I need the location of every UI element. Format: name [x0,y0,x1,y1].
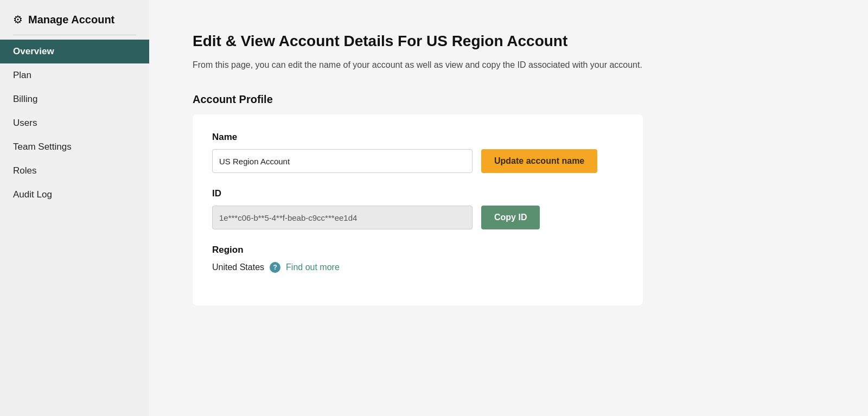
region-field-group: Region United States ? Find out more [212,245,623,273]
account-id-input [212,206,473,229]
sidebar-item-audit-log[interactable]: Audit Log [0,183,149,207]
account-profile-card: Name Update account name ID Copy ID Regi… [193,114,643,305]
main-content: Edit & View Account Details For US Regio… [149,0,868,416]
id-field-row: Copy ID [212,206,623,229]
gear-icon: ⚙ [13,13,23,26]
section-title: Account Profile [193,93,825,106]
sidebar: ⚙ Manage Account Overview Plan Billing U… [0,0,149,416]
sidebar-item-overview[interactable]: Overview [0,40,149,63]
account-name-input[interactable] [212,149,473,173]
sidebar-item-billing[interactable]: Billing [0,87,149,111]
id-field-group: ID Copy ID [212,188,623,229]
sidebar-divider [13,35,136,35]
page-description: From this page, you can edit the name of… [193,59,825,72]
sidebar-nav: Overview Plan Billing Users Team Setting… [0,40,149,207]
sidebar-item-team-settings[interactable]: Team Settings [0,135,149,159]
name-field-group: Name Update account name [212,132,623,173]
id-label: ID [212,188,623,199]
sidebar-title: Manage Account [28,14,114,26]
sidebar-header: ⚙ Manage Account [0,13,149,35]
name-field-row: Update account name [212,149,623,173]
find-out-more-link[interactable]: Find out more [286,263,340,272]
sidebar-item-roles[interactable]: Roles [0,159,149,183]
sidebar-item-users[interactable]: Users [0,111,149,135]
copy-id-button[interactable]: Copy ID [481,206,540,229]
sidebar-item-plan[interactable]: Plan [0,63,149,87]
page-title: Edit & View Account Details For US Regio… [193,33,825,50]
region-label: Region [212,245,623,255]
help-icon[interactable]: ? [270,262,280,273]
region-value: United States [212,263,264,272]
name-label: Name [212,132,623,143]
update-account-name-button[interactable]: Update account name [481,149,597,173]
region-row: United States ? Find out more [212,262,623,273]
